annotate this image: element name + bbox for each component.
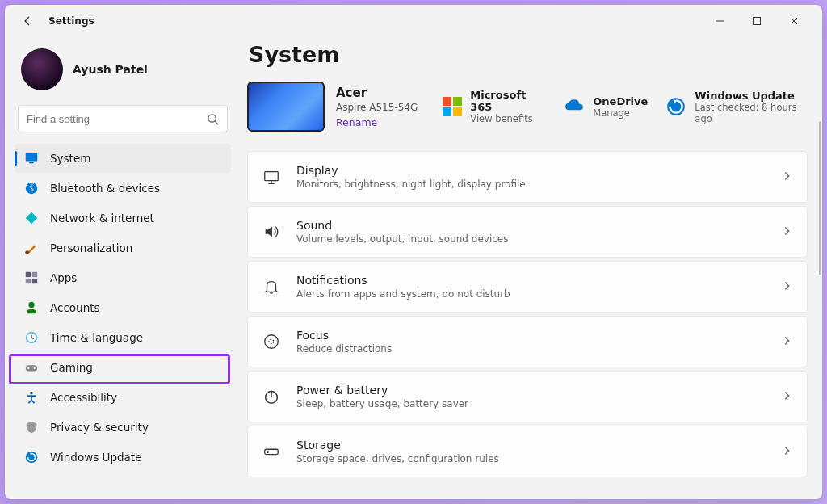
window-controls: [701, 8, 812, 34]
scrollbar[interactable]: [818, 6, 821, 498]
main-content: System Acer Aspire A515-54G Rename Micro…: [241, 37, 822, 499]
sidebar-item-accessibility[interactable]: Accessibility: [15, 383, 231, 412]
sidebar-item-label: Apps: [50, 271, 77, 284]
sidebar-item-update[interactable]: Windows Update: [15, 443, 231, 472]
apps-icon: [24, 271, 39, 285]
rename-link[interactable]: Rename: [336, 116, 425, 128]
sidebar-item-accounts[interactable]: Accounts: [15, 293, 231, 322]
person-icon: [24, 300, 39, 315]
card-notifications[interactable]: Notifications Alerts from apps and syste…: [247, 261, 808, 313]
maximize-button[interactable]: [738, 8, 775, 34]
search-input[interactable]: [27, 113, 207, 125]
gamepad-icon: [24, 360, 39, 375]
sidebar-item-system[interactable]: System: [15, 144, 231, 173]
sidebar-item-label: Privacy & security: [50, 421, 149, 434]
settings-window: Settings Ayush Patel System: [5, 5, 822, 499]
nav-list: System Bluetooth & devices Network & int…: [15, 144, 231, 472]
display-icon: [262, 168, 280, 186]
service-windows-update[interactable]: Windows Update Last checked: 8 hours ago: [665, 90, 808, 124]
svg-rect-8: [32, 272, 37, 277]
sidebar-item-label: Network & internet: [50, 212, 154, 225]
svc-sub: Last checked: 8 hours ago: [695, 102, 808, 124]
svg-rect-3: [26, 153, 37, 162]
search-icon: [207, 113, 219, 125]
power-icon: [262, 388, 280, 405]
onedrive-icon: [564, 96, 585, 117]
svg-rect-1: [754, 18, 761, 25]
sidebar-item-network[interactable]: Network & internet: [15, 204, 231, 233]
search-box[interactable]: [18, 105, 228, 132]
svc-sub: Manage: [593, 107, 648, 119]
device-thumbnail[interactable]: [247, 82, 325, 132]
chevron-right-icon: [781, 279, 792, 295]
ms365-icon: [443, 96, 462, 117]
scrollbar-thumb[interactable]: [819, 121, 821, 275]
card-storage[interactable]: Storage Storage space, drives, configura…: [247, 426, 808, 477]
sidebar: Ayush Patel System Bluetooth & devices N…: [5, 37, 241, 499]
wifi-icon: [24, 211, 39, 225]
card-title: Storage: [296, 439, 765, 452]
card-sub: Storage space, drives, configuration rul…: [296, 453, 765, 464]
svg-point-2: [208, 114, 216, 121]
sidebar-item-time[interactable]: Time & language: [15, 323, 231, 352]
svg-point-17: [30, 392, 33, 395]
chevron-right-icon: [781, 389, 792, 405]
device-row: Acer Aspire A515-54G Rename Microsoft 36…: [247, 82, 808, 132]
svg-point-25: [267, 452, 269, 453]
svg-point-16: [34, 368, 36, 369]
svc-sub: View benefits: [470, 113, 546, 124]
card-focus[interactable]: Focus Reduce distractions: [247, 316, 808, 368]
device-model: Aspire A515-54G: [336, 102, 425, 113]
service-onedrive[interactable]: OneDrive Manage: [564, 95, 648, 119]
bell-icon: [262, 278, 280, 296]
svg-point-21: [265, 335, 279, 349]
accessibility-icon: [24, 390, 39, 405]
window-body: Ayush Patel System Bluetooth & devices N…: [5, 37, 822, 499]
card-display[interactable]: Display Monitors, brightness, night ligh…: [247, 151, 808, 203]
card-title: Display: [296, 164, 765, 177]
close-button[interactable]: [775, 8, 812, 34]
chevron-right-icon: [781, 444, 792, 460]
sidebar-item-gaming[interactable]: Gaming: [15, 353, 231, 382]
card-sound[interactable]: Sound Volume levels, output, input, soun…: [247, 206, 808, 258]
svg-point-11: [28, 302, 34, 308]
svc-title: Microsoft 365: [470, 89, 546, 113]
profile-name: Ayush Patel: [73, 63, 148, 76]
card-sub: Monitors, brightness, night light, displ…: [296, 178, 765, 190]
sidebar-item-personalization[interactable]: Personalization: [15, 233, 231, 262]
svg-rect-9: [26, 279, 31, 284]
card-sub: Volume levels, output, input, sound devi…: [296, 233, 765, 245]
card-sub: Sleep, battery usage, battery saver: [296, 398, 765, 410]
bluetooth-icon: [24, 181, 39, 195]
svg-rect-14: [26, 365, 37, 371]
focus-icon: [262, 333, 280, 351]
clock-icon: [24, 330, 39, 345]
chevron-right-icon: [781, 225, 792, 240]
titlebar: Settings: [5, 5, 822, 37]
sidebar-item-apps[interactable]: Apps: [15, 263, 231, 292]
service-ms365[interactable]: Microsoft 365 View benefits: [443, 89, 546, 124]
card-title: Focus: [296, 329, 765, 342]
chevron-right-icon: [781, 334, 792, 350]
sidebar-item-label: System: [50, 152, 90, 165]
sidebar-item-label: Bluetooth & devices: [50, 182, 160, 195]
minimize-button[interactable]: [701, 8, 738, 34]
back-button[interactable]: [15, 8, 40, 34]
sidebar-item-label: Windows Update: [50, 451, 141, 464]
sidebar-item-label: Accessibility: [50, 391, 117, 404]
sidebar-item-privacy[interactable]: Privacy & security: [15, 413, 231, 442]
sidebar-item-bluetooth[interactable]: Bluetooth & devices: [15, 174, 231, 203]
update-icon: [24, 450, 39, 464]
window-title: Settings: [48, 15, 94, 27]
profile-block[interactable]: Ayush Patel: [15, 44, 231, 105]
back-arrow-icon: [21, 15, 34, 27]
sidebar-item-label: Time & language: [50, 331, 143, 344]
svg-rect-4: [29, 162, 33, 164]
card-title: Power & battery: [296, 384, 765, 397]
shield-icon: [24, 420, 39, 435]
card-power[interactable]: Power & battery Sleep, battery usage, ba…: [247, 371, 808, 422]
svg-point-22: [269, 339, 274, 344]
windows-update-icon: [665, 96, 686, 117]
avatar: [21, 48, 63, 90]
card-sub: Reduce distractions: [296, 343, 765, 355]
